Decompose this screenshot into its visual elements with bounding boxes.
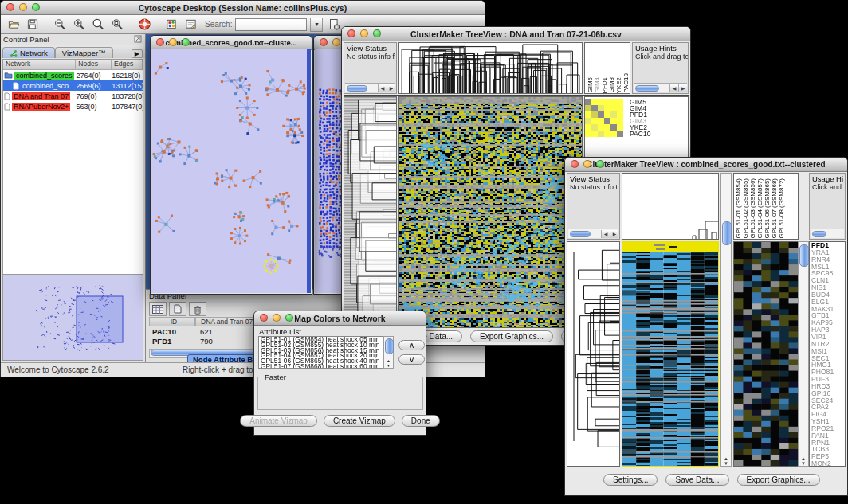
main-titlebar[interactable]: Cytoscape Desktop (Session Name: collins… <box>1 1 485 15</box>
treeview1-titlebar[interactable]: ClusterMaker TreeView : DNA and Tran 07-… <box>342 27 690 41</box>
tv2-usage-hscrollbar[interactable] <box>811 229 844 238</box>
move-up-button[interactable]: ∧ <box>398 340 425 350</box>
minimize-icon[interactable] <box>360 29 368 37</box>
animate-vizmap-button[interactable]: Animate Vizmap <box>240 415 317 427</box>
zoom-window-icon[interactable] <box>596 160 604 168</box>
control-panel-header: Control Panel <box>3 35 49 44</box>
annotation-icon[interactable] <box>183 18 198 32</box>
network-list-header: Network Nodes Edges <box>3 60 143 70</box>
minimize-icon[interactable] <box>583 160 591 168</box>
tv2-heatmap-canvas[interactable] <box>622 242 718 466</box>
close-icon[interactable] <box>156 38 164 46</box>
search-input[interactable] <box>235 18 307 31</box>
tv2-gene-list[interactable]: PFD1YRA1RNR4MSL1SPC98CLN1NIS1BUD4ELG1MAK… <box>809 241 846 467</box>
tv2-column-dendrogram[interactable] <box>622 173 719 240</box>
zoom-out-icon[interactable] <box>52 18 68 32</box>
tv1-column-dendrogram[interactable] <box>398 42 583 94</box>
tv2-row-dendro-canvas[interactable] <box>567 242 619 466</box>
network-row[interactable]: combined_scores 2764(0) 16218(0) <box>3 70 143 80</box>
network1-canvas[interactable] <box>151 49 307 293</box>
attribute-list-scrollbar[interactable]: ▲▼ <box>383 336 394 369</box>
zoom-fit-icon[interactable] <box>109 18 125 32</box>
tv2-zoom-vscrollbar[interactable]: ▲▼ <box>798 241 809 467</box>
done-button[interactable]: Done <box>402 415 440 427</box>
close-icon[interactable] <box>260 314 268 322</box>
col-nodes[interactable]: Nodes <box>76 60 112 69</box>
col-network[interactable]: Network <box>3 60 76 69</box>
network-row[interactable]: RNAPuberNov2+ 563(0) 107847(0) <box>3 101 143 111</box>
close-icon[interactable] <box>6 3 14 11</box>
close-icon[interactable] <box>320 38 328 46</box>
close-icon[interactable] <box>347 29 355 37</box>
save-data-button[interactable]: Save Data... <box>665 474 728 486</box>
help-lifering-icon[interactable] <box>136 18 152 32</box>
export-graphics-button[interactable]: Export Graphics... <box>470 330 553 342</box>
tv1-row-dendro-canvas[interactable] <box>344 97 396 327</box>
zoom-window-icon[interactable] <box>32 3 40 11</box>
gene-label[interactable]: MON2 <box>811 460 845 467</box>
tab-network[interactable]: Network <box>2 47 55 58</box>
settings-button[interactable]: Settings... <box>603 474 658 486</box>
column-label: GPL51-07 (GSM868) <box>771 178 778 239</box>
zoom-window-icon[interactable] <box>285 314 293 322</box>
search-dropdown-icon[interactable]: ▼ <box>310 18 323 32</box>
tv1-row-dendrogram[interactable] <box>344 96 397 328</box>
column-label: GPL51-01 (GSM854) <box>735 178 742 239</box>
overview-canvas[interactable] <box>3 275 143 357</box>
open-folder-icon[interactable] <box>6 18 22 32</box>
minimize-icon[interactable] <box>273 314 281 322</box>
attribute-browser-icon[interactable] <box>326 18 342 32</box>
tv2-status-hscrollbar[interactable]: ◀▶ <box>568 229 618 238</box>
save-icon[interactable] <box>25 18 41 32</box>
column-label: GPL51-02 (GSM855) <box>742 178 749 239</box>
table-icon[interactable] <box>149 302 167 316</box>
network1-view[interactable] <box>151 49 311 293</box>
desktop: Cytoscape Desktop (Session Name: collins… <box>0 0 848 504</box>
tv1-heatmap[interactable] <box>398 96 583 328</box>
col-edges[interactable]: Edges <box>112 60 143 69</box>
attr-col-id[interactable]: ID <box>149 317 195 326</box>
minimize-icon[interactable] <box>19 3 27 11</box>
tab-vizmapper[interactable]: VizMapper™ <box>55 47 113 58</box>
treeview2-titlebar[interactable]: ClusterMaker TreeView : combined_scores_… <box>565 158 847 172</box>
tv1-heatmap-canvas[interactable] <box>399 97 582 327</box>
network-row[interactable]: DNA and Tran 07 769(0) 183728(0) <box>3 91 143 101</box>
minimize-icon[interactable] <box>332 38 340 46</box>
float-panel-icon[interactable] <box>134 35 142 45</box>
tv1-col-dendro-canvas[interactable] <box>399 43 582 93</box>
close-icon[interactable] <box>571 160 579 168</box>
export-graphics-button[interactable]: Export Graphics... <box>737 474 820 486</box>
usage-hints-heading: Usage Hi <box>810 174 845 183</box>
dialog-titlebar[interactable]: Map Colors to Network <box>254 311 426 326</box>
tv1-usage-hscrollbar[interactable]: ◀▶ <box>634 83 687 92</box>
network1-titlebar[interactable]: combined_scores_good.txt--cluste... <box>151 36 312 50</box>
window-controls[interactable] <box>6 3 40 11</box>
move-down-button[interactable]: ∨ <box>398 354 425 365</box>
zoom-in-icon[interactable] <box>71 18 87 32</box>
attribute-list[interactable]: GPL51-01 (GSM854) heat shock 05 minGPL51… <box>258 336 383 369</box>
minimize-icon[interactable] <box>169 38 177 46</box>
attribute-item[interactable]: GPL51-07 (GSM868) heat shock 60 min <box>261 364 383 369</box>
zoom-window-icon[interactable] <box>373 29 381 37</box>
zoom-selected-icon[interactable] <box>90 18 106 32</box>
column-label: GPL51-04 (GSM857) <box>756 178 764 239</box>
treeview2-title: ClusterMaker TreeView : combined_scores_… <box>587 160 825 169</box>
tv1-status-hscrollbar[interactable]: ◀▶ <box>345 83 395 92</box>
new-page-icon[interactable] <box>169 302 186 316</box>
tv2-main-vscrollbar[interactable]: ▲▼ <box>720 173 732 467</box>
tv2-zoom-canvas[interactable] <box>734 242 798 466</box>
network-overview-panel[interactable] <box>2 275 143 361</box>
create-vizmap-button[interactable]: Create Vizmap <box>324 415 395 427</box>
trash-icon[interactable] <box>189 302 206 316</box>
tv2-heatmap[interactable] <box>622 241 719 467</box>
tab-network-label: Network <box>20 49 48 57</box>
network-row-selected[interactable]: combined_sco 2569(6) 13112(15) <box>3 80 143 91</box>
tv2-row-dendrogram[interactable] <box>567 241 620 467</box>
zoom-window-icon[interactable] <box>182 38 190 46</box>
tv2-col-dendro-canvas[interactable] <box>622 174 718 239</box>
tv2-zoom-heatmap[interactable] <box>733 241 799 467</box>
vizmap-palette-icon[interactable] <box>163 18 179 32</box>
tab-overflow-arrow[interactable]: ▶ <box>132 49 143 58</box>
column-label: GIM3 <box>608 77 615 93</box>
tv1-matrix-canvas[interactable] <box>585 99 623 137</box>
